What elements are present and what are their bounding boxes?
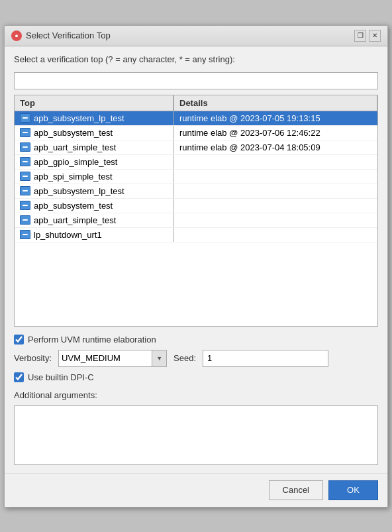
table-container: Top Details apb_subsystem_lp_testruntime… (14, 95, 378, 327)
row-name: apb_subsystem_test (34, 201, 113, 211)
perform-uvm-checkbox[interactable] (14, 335, 24, 345)
restore-button[interactable]: ❐ (354, 30, 366, 42)
use-builtin-dpi-checkbox[interactable] (14, 372, 24, 382)
row-name: apb_uart_simple_test (34, 215, 116, 225)
row-name: apb_subsystem_test (34, 128, 113, 138)
table-row[interactable]: lp_shutdown_urt1 (15, 228, 377, 242)
row-name: apb_uart_simple_test (34, 142, 116, 152)
dialog-icon: ● (11, 30, 22, 41)
use-builtin-dpi-label[interactable]: Use builtin DPI-C (28, 372, 94, 382)
table-row[interactable]: apb_gpio_simple_test (15, 155, 377, 170)
table-row[interactable]: apb_subsystem_lp_testruntime elab @ 2023… (15, 111, 377, 126)
options-section: Perform UVM runtime elaboration Verbosit… (14, 332, 378, 465)
row-details (174, 233, 377, 237)
verbosity-select[interactable]: UVM_NONEUVM_LOWUVM_MEDIUMUVM_HIGHUVM_FUL… (59, 352, 152, 364)
row-details: runtime elab @ 2023-07-05 19:13:15 (174, 111, 377, 125)
verbosity-label: Verbosity: (14, 353, 52, 363)
description-text: Select a verification top (? = any chara… (14, 54, 378, 64)
select-verification-top-dialog: ● Select Verification Top ❐ ✕ Select a v… (4, 25, 388, 507)
row-name: apb_subsystem_lp_test (34, 113, 124, 123)
verbosity-dropdown-icon[interactable] (152, 350, 166, 366)
row-name: apb_gpio_simple_test (34, 157, 117, 167)
row-icon (20, 128, 30, 137)
row-icon (20, 142, 30, 152)
close-button[interactable]: ✕ (369, 30, 381, 42)
table-row[interactable]: apb_subsystem_testruntime elab @ 2023-07… (15, 126, 377, 140)
table-header: Top Details (15, 95, 377, 111)
row-details (174, 160, 377, 164)
row-icon (20, 157, 30, 166)
row-details (174, 189, 377, 193)
table-body: apb_subsystem_lp_testruntime elab @ 2023… (15, 111, 377, 242)
verbosity-select-wrapper: UVM_NONEUVM_LOWUVM_MEDIUMUVM_HIGHUVM_FUL… (58, 350, 167, 367)
table-row[interactable]: apb_subsystem_lp_test (15, 184, 377, 199)
row-icon (20, 172, 30, 181)
additional-args-label: Additional arguments: (14, 390, 378, 400)
row-details (174, 218, 377, 222)
row-name: apb_subsystem_lp_test (34, 186, 124, 196)
row-details: runtime elab @ 2023-07-06 12:46:22 (174, 126, 377, 140)
title-bar-buttons: ❐ ✕ (354, 30, 381, 42)
dialog-title: Select Verification Top (26, 30, 111, 40)
row-icon (20, 201, 30, 210)
table-row[interactable]: apb_subsystem_test (15, 199, 377, 213)
table-row[interactable]: apb_spi_simple_test (15, 170, 377, 184)
table-row[interactable]: apb_uart_simple_testruntime elab @ 2023-… (15, 140, 377, 155)
verbosity-row: Verbosity: UVM_NONEUVM_LOWUVM_MEDIUMUVM_… (14, 350, 378, 367)
additional-args-textarea[interactable] (14, 405, 378, 465)
row-name: lp_shutdown_urt1 (34, 230, 102, 240)
row-details: runtime elab @ 2023-07-04 18:05:09 (174, 140, 377, 154)
row-details (174, 174, 377, 178)
cancel-button[interactable]: Cancel (269, 480, 323, 500)
column-header-details: Details (174, 95, 377, 111)
row-icon (20, 230, 30, 239)
column-header-top: Top (15, 95, 173, 111)
seed-label: Seed: (173, 353, 196, 363)
search-input[interactable] (14, 72, 378, 89)
perform-uvm-label[interactable]: Perform UVM runtime elaboration (28, 335, 156, 345)
dialog-body: Select a verification top (? = any chara… (5, 46, 387, 473)
row-icon (20, 186, 30, 195)
use-builtin-dpi-row: Use builtin DPI-C (14, 372, 378, 382)
row-details (174, 203, 377, 207)
row-icon (20, 113, 30, 123)
perform-uvm-row: Perform UVM runtime elaboration (14, 335, 378, 345)
dialog-footer: Cancel OK (5, 473, 387, 507)
row-icon (20, 215, 30, 225)
table-row[interactable]: apb_uart_simple_test (15, 213, 377, 228)
title-bar-left: ● Select Verification Top (11, 30, 111, 41)
title-bar: ● Select Verification Top ❐ ✕ (5, 26, 387, 46)
ok-button[interactable]: OK (328, 480, 378, 500)
row-name: apb_spi_simple_test (34, 172, 113, 182)
seed-input[interactable] (203, 350, 328, 367)
